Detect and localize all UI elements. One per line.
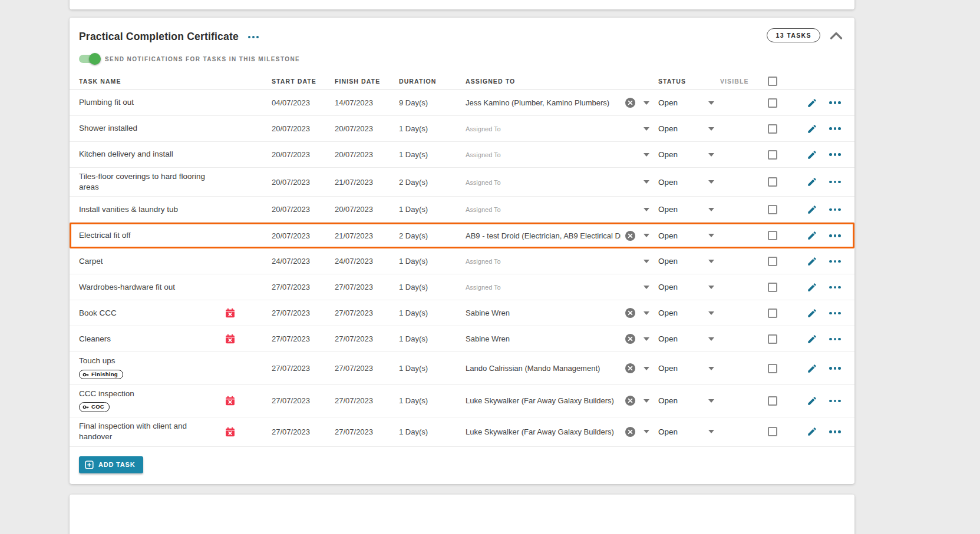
visible-checkbox[interactable] xyxy=(768,124,777,134)
assignee-dropdown-icon[interactable] xyxy=(639,101,654,105)
task-tag[interactable]: COC xyxy=(79,402,110,412)
edit-task-button[interactable] xyxy=(799,282,825,293)
notifications-toggle[interactable] xyxy=(79,55,99,63)
remove-assignee-icon[interactable] xyxy=(621,307,639,319)
status-dropdown[interactable]: Open xyxy=(654,334,719,343)
deadline-cell xyxy=(218,427,242,437)
assigned-to-cell[interactable]: Lando Calrissian (Mando Management) xyxy=(466,364,621,373)
edit-task-button[interactable] xyxy=(799,204,825,215)
remove-assignee-icon[interactable] xyxy=(621,97,639,108)
status-dropdown[interactable]: Open xyxy=(654,396,719,405)
status-dropdown[interactable]: Open xyxy=(654,178,719,187)
assigned-to-cell[interactable]: AB9 - test Droid (Electrician, AB9 Elect… xyxy=(466,231,621,240)
assignee-dropdown-icon[interactable] xyxy=(639,153,654,157)
duration-value: 2 Day(s) xyxy=(399,231,466,240)
assigned-to-cell[interactable]: Assigned To xyxy=(466,124,621,133)
edit-task-button[interactable] xyxy=(799,230,825,241)
row-more-menu-icon[interactable] xyxy=(825,207,845,213)
finish-date-value: 27/07/2023 xyxy=(335,334,399,343)
visible-checkbox[interactable] xyxy=(768,177,777,187)
row-more-menu-icon[interactable] xyxy=(825,152,845,157)
status-dropdown[interactable]: Open xyxy=(654,124,719,133)
assignee-dropdown-icon[interactable] xyxy=(639,260,654,263)
assigned-to-cell[interactable]: Assigned To xyxy=(466,150,621,159)
visible-checkbox[interactable] xyxy=(768,205,777,214)
status-dropdown[interactable]: Open xyxy=(654,98,719,107)
assignee-dropdown-icon[interactable] xyxy=(639,337,654,341)
pencil-icon xyxy=(807,334,817,344)
visible-checkbox[interactable] xyxy=(768,283,777,292)
row-more-menu-icon[interactable] xyxy=(825,337,845,342)
edit-task-button[interactable] xyxy=(799,124,825,134)
assignee-dropdown-icon[interactable] xyxy=(639,286,654,289)
row-more-menu-icon[interactable] xyxy=(825,285,845,290)
assigned-to-cell[interactable]: Assigned To xyxy=(466,205,621,214)
assignee-dropdown-icon[interactable] xyxy=(639,127,654,131)
visible-checkbox[interactable] xyxy=(768,427,777,436)
assignee-dropdown-icon[interactable] xyxy=(639,180,654,184)
status-dropdown[interactable]: Open xyxy=(654,364,719,373)
visible-checkbox[interactable] xyxy=(768,150,777,160)
add-task-button[interactable]: ADD TASK xyxy=(79,456,143,473)
visible-checkbox[interactable] xyxy=(768,396,777,406)
task-tag[interactable]: Finishing xyxy=(79,370,123,380)
assigned-to-cell[interactable]: Assigned To xyxy=(466,283,621,291)
assignee-dropdown-icon[interactable] xyxy=(639,311,654,315)
visible-checkbox[interactable] xyxy=(768,231,777,240)
row-more-menu-icon[interactable] xyxy=(825,366,845,371)
edit-task-button[interactable] xyxy=(799,334,825,344)
remove-assignee-icon[interactable] xyxy=(621,395,639,406)
milestone-menu-icon[interactable] xyxy=(247,35,260,39)
assigned-to-cell[interactable]: Sabine Wren xyxy=(466,309,621,317)
row-more-menu-icon[interactable] xyxy=(825,233,845,238)
pencil-icon xyxy=(807,150,817,160)
assigned-to-cell[interactable]: Luke Skywalker (Far Away Galaxy Builders… xyxy=(466,427,621,436)
assignee-dropdown-icon[interactable] xyxy=(639,208,654,211)
edit-task-button[interactable] xyxy=(799,363,825,374)
visible-checkbox[interactable] xyxy=(768,334,777,344)
remove-assignee-icon[interactable] xyxy=(621,230,639,241)
edit-task-button[interactable] xyxy=(799,396,825,406)
assignee-placeholder: Assigned To xyxy=(466,284,501,291)
remove-assignee-icon[interactable] xyxy=(621,426,639,437)
assignee-dropdown-icon[interactable] xyxy=(639,399,654,403)
status-dropdown[interactable]: Open xyxy=(654,283,719,291)
status-dropdown[interactable]: Open xyxy=(654,150,719,159)
assignee-dropdown-icon[interactable] xyxy=(639,430,654,433)
collapse-milestone-button[interactable] xyxy=(829,31,844,41)
status-dropdown[interactable]: Open xyxy=(654,231,719,240)
table-row: Touch ups Finishing 27/07/2023 27/07/202… xyxy=(70,352,854,384)
visible-checkbox[interactable] xyxy=(768,364,777,373)
edit-task-button[interactable] xyxy=(799,150,825,160)
status-dropdown[interactable]: Open xyxy=(654,427,719,436)
row-more-menu-icon[interactable] xyxy=(825,399,845,404)
edit-task-button[interactable] xyxy=(799,177,825,187)
select-all-checkbox[interactable] xyxy=(768,77,777,86)
edit-task-button[interactable] xyxy=(799,256,825,267)
assigned-to-cell[interactable]: Assigned To xyxy=(466,257,621,266)
assigned-to-cell[interactable]: Sabine Wren xyxy=(466,334,621,343)
visible-checkbox[interactable] xyxy=(768,309,777,318)
status-dropdown[interactable]: Open xyxy=(654,205,719,214)
assignee-dropdown-icon[interactable] xyxy=(639,234,654,237)
edit-task-button[interactable] xyxy=(799,308,825,319)
remove-assignee-icon[interactable] xyxy=(621,363,639,374)
assignee-dropdown-icon[interactable] xyxy=(639,367,654,370)
assigned-to-cell[interactable]: Jess Kamino (Plumber, Kamino Plumbers) xyxy=(466,98,621,107)
row-more-menu-icon[interactable] xyxy=(825,259,845,264)
row-more-menu-icon[interactable] xyxy=(825,311,845,316)
visible-checkbox[interactable] xyxy=(768,257,777,266)
row-more-menu-icon[interactable] xyxy=(825,100,845,105)
assigned-to-cell[interactable]: Assigned To xyxy=(466,178,621,187)
status-dropdown[interactable]: Open xyxy=(654,309,719,317)
status-dropdown[interactable]: Open xyxy=(654,257,719,266)
visible-checkbox[interactable] xyxy=(768,98,777,108)
row-more-menu-icon[interactable] xyxy=(825,126,845,131)
row-more-menu-icon[interactable] xyxy=(825,180,845,185)
row-more-menu-icon[interactable] xyxy=(825,429,845,435)
edit-task-button[interactable] xyxy=(799,426,825,437)
assigned-to-cell[interactable]: Luke Skywalker (Far Away Galaxy Builders… xyxy=(466,396,621,405)
remove-assignee-icon[interactable] xyxy=(621,333,639,344)
edit-task-button[interactable] xyxy=(799,98,825,108)
duration-value: 1 Day(s) xyxy=(399,427,466,436)
